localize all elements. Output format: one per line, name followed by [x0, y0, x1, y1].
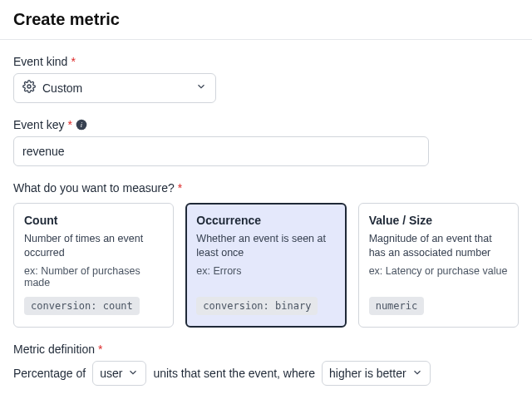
card-title: Value / Size	[369, 214, 508, 227]
card-example: ex: Number of purchases made	[24, 265, 163, 288]
measure-card-count[interactable]: Count Number of times an event occurred …	[13, 203, 174, 328]
card-badge: conversion: count	[24, 297, 140, 315]
chevron-down-icon	[127, 367, 139, 381]
card-example: ex: Errors	[196, 265, 335, 277]
metric-definition-row: Percentage of user units that sent the e…	[13, 361, 519, 386]
metric-definition-label: Metric definition *	[13, 343, 519, 356]
measure-card-value[interactable]: Value / Size Magnitude of an event that …	[358, 203, 519, 328]
card-badge: numeric	[369, 297, 425, 315]
definition-prefix: Percentage of	[13, 367, 86, 380]
measure-label: What do you want to measure? *	[13, 181, 519, 195]
card-title: Occurrence	[196, 214, 335, 227]
unit-select[interactable]: user	[92, 361, 146, 386]
event-kind-value: Custom	[42, 81, 189, 95]
card-example: ex: Latency or purchase value	[369, 265, 508, 277]
card-desc: Magnitude of an event that has an associ…	[369, 232, 508, 260]
chevron-down-icon	[195, 81, 207, 96]
info-icon[interactable]: i	[76, 119, 87, 131]
page-title: Create metric	[13, 10, 519, 29]
event-kind-label: Event kind *	[13, 55, 519, 68]
definition-middle: units that sent the event, where	[153, 367, 315, 380]
card-desc: Whether an event is seen at least once	[196, 232, 335, 260]
chevron-down-icon	[411, 367, 423, 381]
event-key-input[interactable]	[13, 136, 429, 166]
gear-icon	[22, 80, 36, 96]
divider	[0, 39, 532, 40]
event-key-label: Event key * i	[13, 118, 519, 131]
card-badge: conversion: binary	[196, 297, 318, 315]
event-kind-select[interactable]: Custom	[13, 73, 216, 103]
direction-select[interactable]: higher is better	[322, 361, 431, 386]
card-title: Count	[24, 214, 163, 227]
card-desc: Number of times an event occurred	[24, 232, 163, 260]
measure-card-occurrence[interactable]: Occurrence Whether an event is seen at l…	[185, 203, 346, 328]
svg-point-0	[27, 85, 31, 88]
